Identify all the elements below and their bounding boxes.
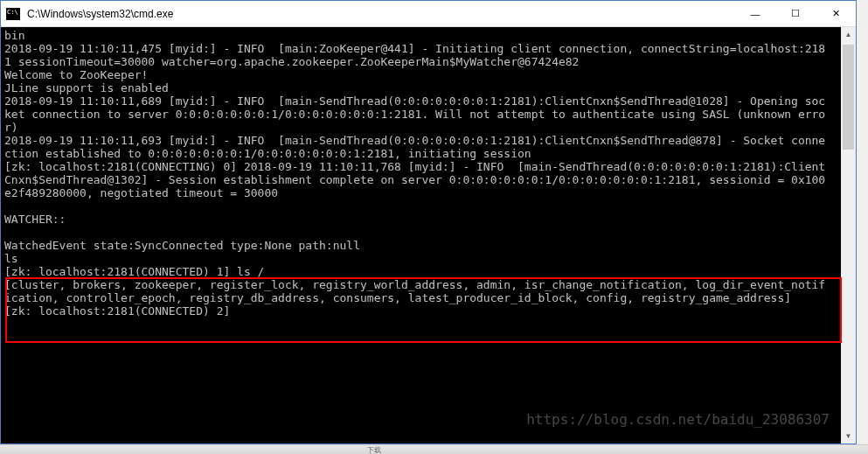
console-line: JLine support is enabled (4, 81, 169, 94)
console-line: ls (4, 252, 18, 265)
console-line: ication, controller_epoch, registry_db_a… (4, 291, 791, 304)
maximize-button[interactable]: ☐ (775, 1, 816, 26)
console-line: bin (4, 29, 24, 42)
console-line: 2018-09-19 11:10:11,475 [myid:] - INFO [… (4, 42, 825, 55)
titlebar[interactable]: C:\Windows\system32\cmd.exe — ☐ ✕ (1, 1, 856, 27)
scroll-up-arrow-icon[interactable]: ▲ (841, 27, 856, 42)
window-title: C:\Windows\system32\cmd.exe (25, 8, 735, 20)
console-line: r) (4, 121, 18, 134)
taskbar-fragment: 下载 (0, 444, 868, 454)
vertical-scrollbar[interactable]: ▲ ▼ (841, 27, 856, 444)
cmd-window: C:\Windows\system32\cmd.exe — ☐ ✕ bin 20… (0, 0, 857, 444)
console-line: e2f489280000, negotiated timeout = 30000 (4, 186, 278, 199)
console-output[interactable]: bin 2018-09-19 11:10:11,475 [myid:] - IN… (1, 27, 856, 444)
console-line: [zk: localhost:2181(CONNECTED) 1] ls / (4, 265, 264, 278)
console-line: WatchedEvent state:SyncConnected type:No… (4, 239, 360, 252)
cmd-icon (6, 8, 20, 20)
console-line: WATCHER:: (4, 213, 66, 226)
console-line: ction established to 0:0:0:0:0:0:0:1/0:0… (4, 147, 531, 160)
console-line: [zk: localhost:2181(CONNECTED) 2] (4, 304, 230, 318)
console-line: ket connection to server 0:0:0:0:0:0:0:1… (4, 108, 825, 121)
console-line: Welcome to ZooKeeper! (4, 68, 148, 81)
console-line: [cluster, brokers, zookeeper, register_l… (4, 278, 825, 291)
console-line: Cnxn$SendThread@1302] - Session establis… (4, 173, 825, 186)
console-line: 2018-09-19 11:10:11,693 [myid:] - INFO [… (4, 134, 825, 147)
console-line: 1 sessionTimeout=30000 watcher=org.apach… (4, 55, 579, 68)
scroll-thumb[interactable] (843, 45, 854, 150)
taskbar-label: 下载 (367, 446, 381, 454)
console-line: [zk: localhost:2181(CONNECTING) 0] 2018-… (4, 160, 825, 173)
close-button[interactable]: ✕ (816, 1, 856, 26)
minimize-button[interactable]: — (735, 1, 775, 26)
scroll-down-arrow-icon[interactable]: ▼ (841, 429, 856, 444)
window-controls: — ☐ ✕ (735, 1, 856, 26)
console-line: 2018-09-19 11:10:11,689 [myid:] - INFO [… (4, 94, 825, 108)
